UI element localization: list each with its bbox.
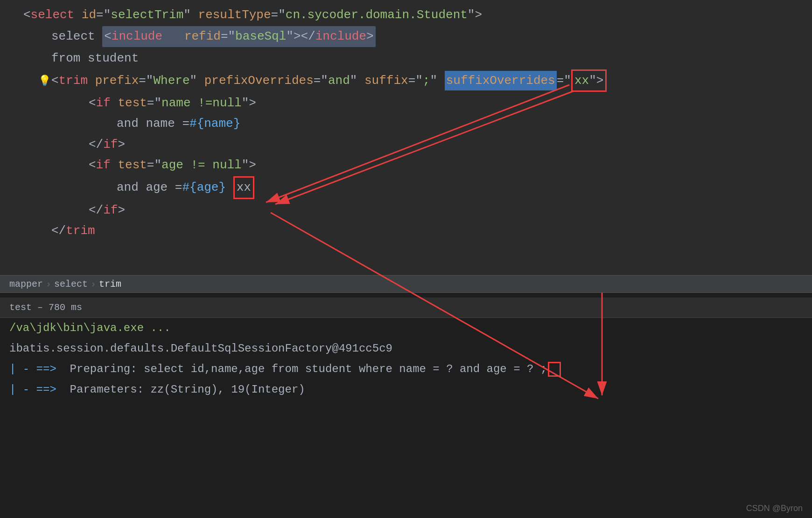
attr-id-val: selectTrim <box>111 6 183 24</box>
console-line-2: ibatis.session.defaults.DefaultSqlSessio… <box>0 338 812 359</box>
code-line-3: from student <box>0 48 812 69</box>
code-line-7: </if> <box>0 134 812 155</box>
tag-select: select <box>31 6 75 24</box>
red-box-console-suffix <box>548 362 561 377</box>
tag-open-angle: < <box>23 6 31 24</box>
breadcrumb: mapper › select › trim <box>9 279 121 290</box>
attr-id: id <box>82 6 96 24</box>
breadcrumb-mapper: mapper <box>9 279 43 290</box>
console-area: test – 780 ms /va\jdk\bin\java.exe ... i… <box>0 293 812 518</box>
code-line-8: <if test="age != null"> <box>0 155 812 175</box>
from-student: from student <box>51 49 139 68</box>
status-bar: mapper › select › trim <box>0 275 812 293</box>
console-title: test – 780 ms <box>9 302 82 313</box>
csdn-watermark: CSDN @Byron <box>746 504 803 513</box>
gutter-4: 💡 <box>37 74 51 90</box>
red-box-suffixoverrides-value: xx"> <box>571 69 607 92</box>
include-tag: <include refid="baseSql"></include> <box>102 26 375 47</box>
code-line-2: select <include refid="baseSql"></includ… <box>0 25 812 48</box>
editor-area: <select id="selectTrim" resultType="cn.s… <box>0 0 812 275</box>
code-line-10: </if> <box>0 200 812 221</box>
red-box-xx: xx <box>233 176 254 199</box>
space <box>74 6 82 24</box>
breadcrumb-select: select <box>54 279 88 290</box>
console-line-3: | - ==> Preparing: select id,name,age fr… <box>0 359 812 380</box>
code-line-4: 💡 <trim prefix="Where" prefixOverrides="… <box>0 69 812 93</box>
attr-resulttype: resultType <box>198 6 271 24</box>
console-header: test – 780 ms <box>0 297 812 318</box>
code-line-5: <if test="name !=null"> <box>0 93 812 113</box>
code-line-9: and age = #{age} xx <box>0 175 812 200</box>
suffix-overrides-attr: suffixOverrides <box>445 71 557 90</box>
console-line-1: /va\jdk\bin\java.exe ... <box>0 318 812 338</box>
breadcrumb-trim: trim <box>99 279 121 290</box>
select-keyword: select <box>51 27 102 46</box>
attr-resulttype-val: cn.sycoder.domain.Student <box>286 6 468 24</box>
code-line-6: and name = #{name} <box>0 113 812 134</box>
code-line-1: <select id="selectTrim" resultType="cn.s… <box>0 5 812 25</box>
console-line-4: | - ==> Parameters: zz(String), 19(Integ… <box>0 380 812 400</box>
code-line-11: </trim <box>0 221 812 241</box>
bulb-icon: 💡 <box>38 74 51 90</box>
